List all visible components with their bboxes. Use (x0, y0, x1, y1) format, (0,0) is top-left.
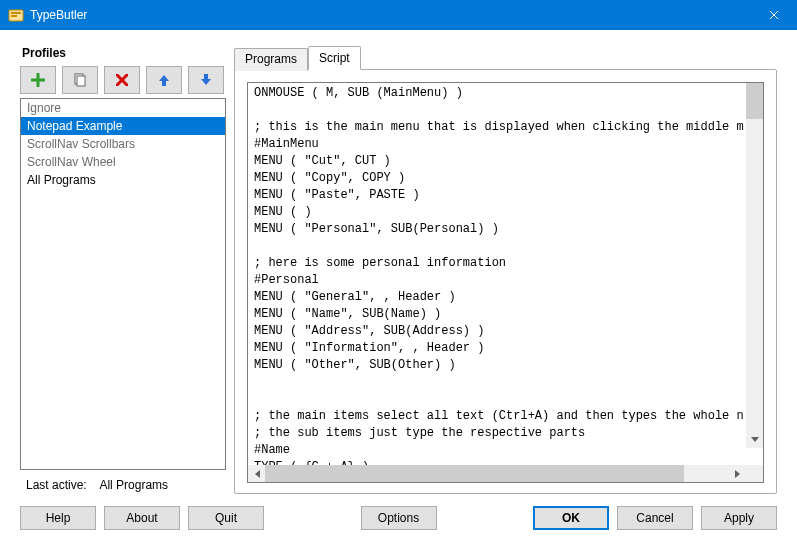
last-active-row: Last active: All Programs (20, 470, 226, 494)
move-up-button[interactable] (146, 66, 182, 94)
list-item[interactable]: Ignore (21, 99, 225, 117)
move-down-button[interactable] (188, 66, 224, 94)
window-close-button[interactable] (751, 0, 797, 30)
delete-profile-button[interactable] (104, 66, 140, 94)
titlebar[interactable]: TypeButler (0, 0, 797, 30)
copy-icon (73, 73, 87, 87)
horizontal-scrollbar[interactable] (248, 465, 746, 482)
app-window: TypeButler Profiles (0, 0, 797, 544)
list-item[interactable]: ScrollNav Scrollbars (21, 135, 225, 153)
copy-profile-button[interactable] (62, 66, 98, 94)
dialog-buttons: Help About Quit Options OK Cancel Apply (20, 506, 777, 530)
options-button[interactable]: Options (361, 506, 437, 530)
titlebar-left: TypeButler (0, 7, 87, 23)
list-item[interactable]: Notepad Example (21, 117, 225, 135)
ok-button[interactable]: OK (533, 506, 609, 530)
tab-bar: Programs Script (234, 46, 777, 69)
right-panel: Programs Script ONMOUSE ( M, SUB (MainMe… (234, 46, 777, 494)
script-scroll-area: ONMOUSE ( M, SUB (MainMenu) ) ; this is … (248, 83, 763, 465)
window-title: TypeButler (30, 8, 87, 22)
app-icon (8, 7, 24, 23)
last-active-value: All Programs (99, 478, 168, 492)
svg-rect-4 (77, 76, 85, 86)
svg-rect-2 (11, 15, 17, 17)
list-item[interactable]: All Programs (21, 171, 225, 189)
client-area: Profiles (0, 30, 797, 544)
list-item[interactable]: ScrollNav Wheel (21, 153, 225, 171)
hscroll-right-arrow[interactable] (729, 465, 746, 482)
apply-button[interactable]: Apply (701, 506, 777, 530)
arrow-up-icon (157, 73, 171, 87)
arrow-down-icon (199, 73, 213, 87)
help-button[interactable]: Help (20, 506, 96, 530)
scroll-corner (746, 465, 763, 482)
plus-icon (31, 73, 45, 87)
script-text[interactable]: ONMOUSE ( M, SUB (MainMenu) ) ; this is … (254, 85, 746, 465)
add-profile-button[interactable] (20, 66, 56, 94)
left-button-group: Help About Quit (20, 506, 264, 530)
vertical-scrollbar[interactable] (746, 83, 763, 448)
delete-icon (116, 74, 128, 86)
tab-script[interactable]: Script (308, 46, 361, 70)
right-button-group: OK Cancel Apply (533, 506, 777, 530)
cancel-button[interactable]: Cancel (617, 506, 693, 530)
profiles-list[interactable]: IgnoreNotepad ExampleScrollNav Scrollbar… (20, 98, 226, 470)
tab-programs[interactable]: Programs (234, 48, 308, 71)
vscroll-down-arrow[interactable] (746, 431, 763, 448)
last-active-label: Last active: (26, 478, 87, 492)
center-button-group: Options (361, 506, 437, 530)
tab-frame: ONMOUSE ( M, SUB (MainMenu) ) ; this is … (234, 69, 777, 494)
quit-button[interactable]: Quit (188, 506, 264, 530)
hscroll-left-arrow[interactable] (248, 465, 265, 482)
profiles-toolbar (20, 66, 226, 94)
hscroll-thumb[interactable] (265, 465, 684, 482)
profiles-panel: Profiles (20, 46, 226, 494)
about-button[interactable]: About (104, 506, 180, 530)
vscroll-thumb[interactable] (746, 83, 763, 119)
script-editor[interactable]: ONMOUSE ( M, SUB (MainMenu) ) ; this is … (247, 82, 764, 483)
svg-rect-1 (11, 12, 21, 14)
main-area: Profiles (20, 46, 777, 494)
profiles-heading: Profiles (22, 46, 226, 60)
